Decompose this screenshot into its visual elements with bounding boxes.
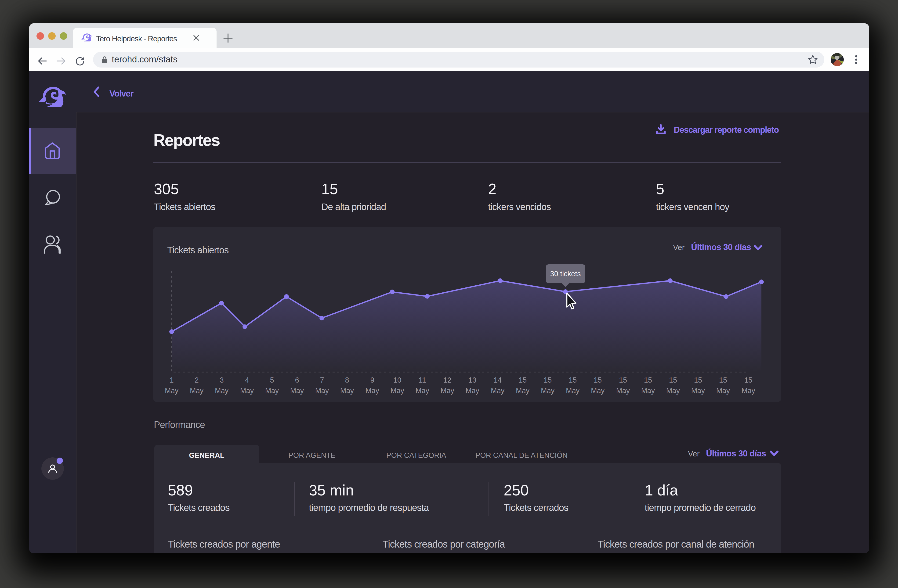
svg-text:30 tickets: 30 tickets	[550, 270, 581, 278]
svg-text:15: 15	[594, 376, 602, 384]
svg-text:15: 15	[569, 376, 577, 384]
svg-text:15: 15	[719, 376, 727, 384]
svg-text:7: 7	[320, 376, 324, 384]
svg-text:May: May	[265, 387, 279, 395]
svg-text:1: 1	[169, 376, 174, 384]
svg-text:5: 5	[270, 376, 274, 384]
svg-text:May: May	[415, 387, 429, 395]
svg-text:May: May	[315, 387, 329, 395]
svg-text:May: May	[366, 387, 379, 395]
svg-text:May: May	[541, 387, 555, 395]
svg-text:8: 8	[345, 376, 349, 384]
svg-text:3: 3	[220, 376, 224, 384]
svg-text:6: 6	[295, 376, 299, 384]
svg-text:12: 12	[443, 376, 451, 384]
svg-text:10: 10	[393, 376, 401, 384]
svg-text:May: May	[516, 387, 530, 395]
svg-text:May: May	[641, 387, 655, 395]
svg-text:15: 15	[744, 376, 752, 384]
svg-text:May: May	[441, 387, 454, 395]
svg-text:15: 15	[694, 376, 702, 384]
svg-text:9: 9	[370, 376, 374, 384]
svg-text:May: May	[340, 387, 354, 395]
svg-text:4: 4	[245, 376, 249, 384]
svg-text:May: May	[616, 387, 630, 395]
svg-text:14: 14	[494, 376, 501, 384]
svg-text:15: 15	[619, 376, 627, 384]
svg-text:May: May	[691, 387, 705, 395]
svg-text:May: May	[215, 387, 229, 395]
svg-text:15: 15	[644, 376, 652, 384]
svg-text:15: 15	[519, 376, 527, 384]
svg-text:May: May	[190, 387, 204, 395]
svg-text:May: May	[165, 387, 179, 395]
svg-text:May: May	[240, 387, 254, 395]
svg-text:May: May	[290, 387, 304, 395]
svg-text:May: May	[391, 387, 404, 395]
svg-text:15: 15	[544, 376, 552, 384]
svg-text:May: May	[666, 387, 680, 395]
svg-text:May: May	[466, 387, 480, 395]
svg-text:May: May	[741, 387, 755, 395]
svg-text:2: 2	[195, 376, 198, 384]
svg-text:15: 15	[669, 376, 677, 384]
svg-text:11: 11	[418, 376, 426, 384]
svg-text:May: May	[491, 387, 505, 395]
svg-text:May: May	[716, 387, 730, 395]
svg-text:13: 13	[468, 376, 477, 384]
svg-text:May: May	[591, 387, 605, 395]
svg-text:May: May	[566, 387, 580, 395]
